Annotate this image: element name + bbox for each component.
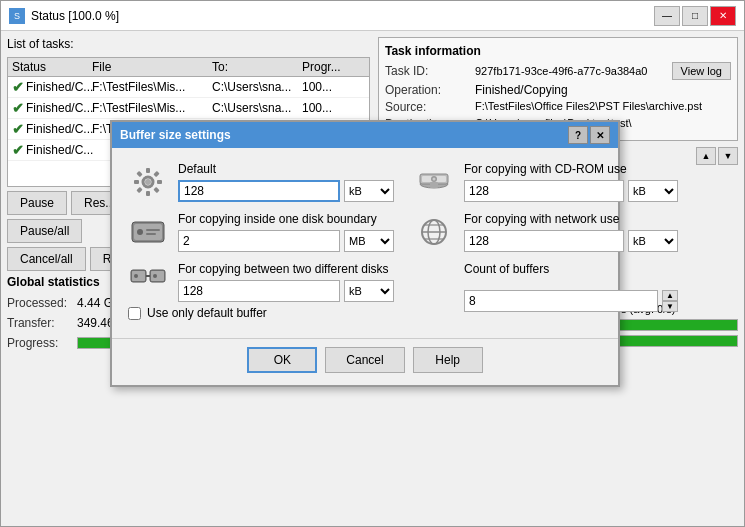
row-to: C:\Users\sna... — [212, 101, 302, 115]
default-input[interactable]: 128 — [178, 180, 340, 202]
svg-rect-1 — [146, 168, 150, 173]
network-icon — [414, 212, 454, 252]
dialog-title: Buffer size settings — [120, 128, 231, 142]
svg-rect-14 — [146, 229, 160, 231]
check-icon: ✔ — [12, 142, 24, 158]
source-label: Source: — [385, 100, 475, 114]
scroll-down-arrow[interactable]: ▼ — [718, 147, 738, 165]
ok-button[interactable]: OK — [247, 347, 317, 373]
view-log-button[interactable]: View log — [672, 62, 731, 80]
inside-disk-label: For copying inside one disk boundary — [178, 212, 394, 226]
network-label: For copying with network use — [464, 212, 678, 226]
inside-disk-input[interactable]: 2 — [178, 230, 340, 252]
operation-value: Finished/Copying — [475, 83, 731, 97]
gear-icon — [128, 162, 168, 202]
svg-point-10 — [145, 179, 151, 185]
svg-point-21 — [153, 274, 157, 278]
row-file: F:\TestFiles\Mis... — [92, 101, 212, 115]
cancel-button[interactable]: Cancel — [325, 347, 404, 373]
operation-label: Operation: — [385, 83, 475, 97]
spinner-up[interactable]: ▲ — [662, 290, 678, 301]
between-disk-input[interactable]: 128 — [178, 280, 340, 302]
cd-rom-unit-select[interactable]: kB MB — [628, 180, 678, 202]
count-buffers-input[interactable]: 8 — [464, 290, 658, 312]
task-info-title: Task information — [385, 44, 731, 58]
minimize-button[interactable]: — — [654, 6, 680, 26]
default-label: Default — [178, 162, 394, 176]
pause-all-button[interactable]: Pause/all — [7, 219, 82, 243]
help-button[interactable]: Help — [413, 347, 483, 373]
between-disk-label: For copying between two different disks — [178, 262, 394, 276]
scroll-up-arrow[interactable]: ▲ — [696, 147, 716, 165]
task-id-value: 927fb171-93ce-49f6-a77c-9a384a0 — [475, 65, 668, 77]
svg-rect-6 — [153, 171, 159, 177]
task-id-label: Task ID: — [385, 64, 475, 78]
check-icon: ✔ — [12, 121, 24, 137]
svg-rect-5 — [136, 171, 142, 177]
svg-rect-8 — [153, 187, 159, 193]
row-status: Finished/C... — [26, 80, 93, 94]
cdrom-icon — [414, 162, 454, 202]
network-unit-select[interactable]: kB MB — [628, 230, 678, 252]
table-row[interactable]: ✔Finished/C... F:\TestFiles\Mis... C:\Us… — [8, 98, 369, 119]
row-status: Finished/C... — [26, 101, 93, 115]
close-button[interactable]: ✕ — [710, 6, 736, 26]
between-disk-unit-select[interactable]: kB MB — [344, 280, 394, 302]
tasks-section-label: List of tasks: — [7, 37, 370, 51]
svg-point-27 — [433, 178, 436, 181]
source-value: F:\TestFiles\Office Files2\PST Files\arc… — [475, 100, 731, 112]
cd-rom-input[interactable]: 128 — [464, 180, 624, 202]
hdd-between-icon — [128, 262, 168, 302]
col-file: File — [92, 60, 212, 74]
svg-rect-7 — [136, 187, 142, 193]
svg-point-13 — [137, 229, 143, 235]
dialog-close-icon[interactable]: ✕ — [590, 126, 610, 144]
inside-disk-unit-select[interactable]: kB MB — [344, 230, 394, 252]
count-buffers-label: Count of buffers — [464, 262, 549, 276]
check-icon: ✔ — [12, 79, 24, 95]
hdd-inside-icon — [128, 212, 168, 252]
network-input[interactable]: 128 — [464, 230, 624, 252]
row-progress: 100... — [302, 80, 352, 94]
maximize-button[interactable]: □ — [682, 6, 708, 26]
svg-rect-4 — [157, 180, 162, 184]
col-status: Status — [12, 60, 92, 74]
cd-rom-label: For copying with CD-ROM use — [464, 162, 678, 176]
row-progress: 100... — [302, 101, 352, 115]
only-default-checkbox[interactable] — [128, 307, 141, 320]
svg-rect-2 — [146, 191, 150, 196]
processed-label: Processed: — [7, 296, 77, 310]
count-buffers-spinner[interactable]: ▲ ▼ — [662, 290, 678, 312]
row-status: Finished/C... — [26, 122, 93, 136]
pause-button[interactable]: Pause — [7, 191, 67, 215]
buffer-settings-dialog: Buffer size settings ? ✕ — [110, 120, 620, 387]
window-title: Status [100.0 %] — [31, 9, 119, 23]
col-progress: Progr... — [302, 60, 352, 74]
spinner-down[interactable]: ▼ — [662, 301, 678, 312]
transfer-label: Transfer: — [7, 316, 77, 330]
progress-label: Progress: — [7, 336, 77, 350]
app-icon: S — [9, 8, 25, 24]
row-to: C:\Users\sna... — [212, 80, 302, 94]
svg-rect-3 — [134, 180, 139, 184]
col-to: To: — [212, 60, 302, 74]
svg-rect-15 — [146, 233, 156, 235]
default-unit-select[interactable]: kB MB — [344, 180, 394, 202]
svg-point-18 — [134, 274, 138, 278]
only-default-label: Use only default buffer — [147, 306, 267, 320]
dialog-help-icon[interactable]: ? — [568, 126, 588, 144]
row-status: Finished/C... — [26, 143, 93, 157]
table-row[interactable]: ✔Finished/C... F:\TestFiles\Mis... C:\Us… — [8, 77, 369, 98]
svg-rect-28 — [430, 182, 438, 188]
cancel-all-button[interactable]: Cancel/all — [7, 247, 86, 271]
row-file: F:\TestFiles\Mis... — [92, 80, 212, 94]
check-icon: ✔ — [12, 100, 24, 116]
